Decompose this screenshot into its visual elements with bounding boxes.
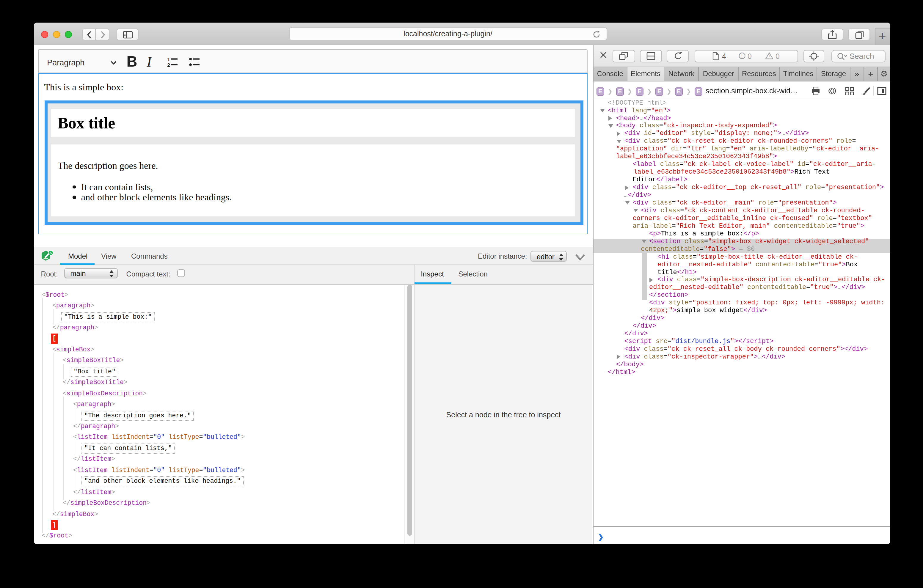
svg-text:!: ! (769, 54, 770, 59)
svg-text:2: 2 (167, 62, 170, 67)
svg-text:5: 5 (50, 251, 52, 255)
svg-text:!: ! (741, 53, 743, 59)
svg-text:4: 4 (722, 52, 726, 60)
svg-text:0: 0 (747, 52, 752, 60)
svg-text:0: 0 (775, 52, 780, 60)
svg-text:1: 1 (167, 57, 170, 62)
